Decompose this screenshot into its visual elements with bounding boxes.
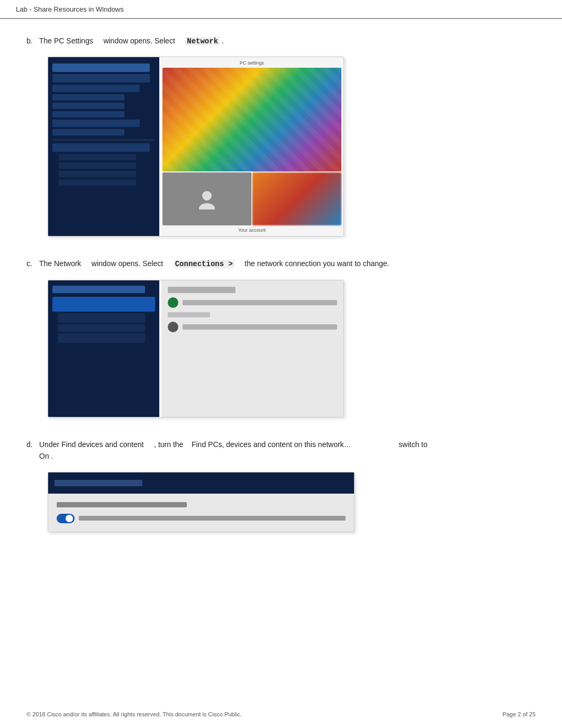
sidebar-item-3	[52, 85, 140, 92]
network-screenshot	[48, 280, 344, 417]
find-devices-body	[48, 494, 354, 532]
screenshot-c-container	[48, 280, 536, 417]
network-right-panel	[161, 280, 343, 417]
sidebar-item-8	[52, 129, 124, 135]
sidebar-item-4	[52, 94, 124, 101]
screenshot-b-container: PC settings Your account	[48, 57, 536, 236]
bottom-images	[162, 172, 341, 225]
sidebar-sub-item-2	[59, 162, 136, 169]
network-sidebar	[48, 280, 159, 417]
settings-sidebar	[48, 57, 159, 236]
main-content: b. The PC Settings window opens. Select …	[0, 19, 562, 569]
footer-page: Page 2 of 25	[503, 711, 536, 717]
step-d: d. Under Find devices and content , turn…	[26, 439, 536, 532]
step-d-line2: On .	[39, 452, 53, 460]
step-d-text: d. Under Find devices and content , turn…	[26, 439, 536, 462]
connections-item	[52, 297, 155, 312]
step-b-label: b.	[26, 35, 36, 47]
toggle-row	[57, 514, 346, 523]
toggle-description	[79, 516, 346, 521]
sidebar-item-6	[52, 111, 124, 117]
settings-right-panel: PC settings Your account	[160, 57, 343, 236]
step-b-text: b. The PC Settings window opens. Select …	[26, 35, 536, 47]
footer: © 2018 Cisco and/or its affiliates. All …	[26, 711, 536, 717]
image-caption-bottom: Your account	[162, 226, 341, 234]
connection-label-1	[183, 300, 337, 305]
person-image	[162, 172, 251, 225]
sidebar-item-2	[52, 74, 150, 83]
network-sub-2	[58, 324, 145, 332]
step-c-description: The Network window opens. Select Connect…	[39, 258, 536, 270]
step-b: b. The PC Settings window opens. Select …	[26, 35, 536, 236]
find-devices-header	[48, 472, 354, 494]
find-pcs-toggle[interactable]	[57, 514, 75, 523]
network-sub-label	[168, 312, 210, 317]
screenshot-d-container	[48, 472, 536, 532]
connection-dot-2	[168, 322, 178, 332]
sidebar-item-7	[52, 120, 140, 127]
pattern-image	[252, 172, 341, 225]
person-icon	[196, 188, 217, 210]
connection-item-1	[168, 297, 337, 308]
network-title-bar	[52, 286, 145, 293]
connection-item-2	[168, 322, 337, 332]
network-sub-3	[58, 333, 145, 343]
step-d-description: Under Find devices and content , turn th…	[39, 439, 536, 462]
sidebar-item-5	[52, 103, 124, 109]
step-d-label: d.	[26, 439, 36, 450]
network-sub-1	[58, 313, 145, 323]
sidebar-item-9	[52, 143, 150, 152]
find-devices-screenshot	[48, 472, 355, 532]
header-bar: Lab - Share Resources in Windows	[0, 0, 562, 19]
step-b-description: The PC Settings window opens. Select Net…	[39, 35, 536, 47]
sidebar-sub-item-3	[59, 171, 136, 177]
network-keyword: Network	[185, 37, 220, 46]
footer-copyright: © 2018 Cisco and/or its affiliates. All …	[26, 711, 242, 717]
network-right-title	[168, 287, 235, 293]
pc-settings-screenshot: PC settings Your account	[48, 57, 344, 236]
step-c: c. The Network window opens. Select Conn…	[26, 258, 536, 417]
svg-point-0	[202, 191, 212, 201]
step-c-label: c.	[26, 258, 36, 269]
sidebar-item-1	[52, 63, 150, 72]
sidebar-sub-item-4	[59, 179, 136, 186]
svg-point-1	[199, 203, 215, 210]
sidebar-sub-item-1	[59, 154, 136, 160]
connection-dot-1	[168, 297, 178, 308]
connections-keyword: Connections >	[174, 260, 234, 268]
find-devices-header-label	[55, 480, 142, 486]
step-c-text: c. The Network window opens. Select Conn…	[26, 258, 536, 270]
find-devices-section-label	[57, 502, 187, 507]
document-title: Lab - Share Resources in Windows	[16, 5, 124, 13]
image-caption-top: PC settings	[162, 59, 341, 67]
top-image	[162, 68, 341, 171]
connection-label-2	[183, 324, 337, 330]
